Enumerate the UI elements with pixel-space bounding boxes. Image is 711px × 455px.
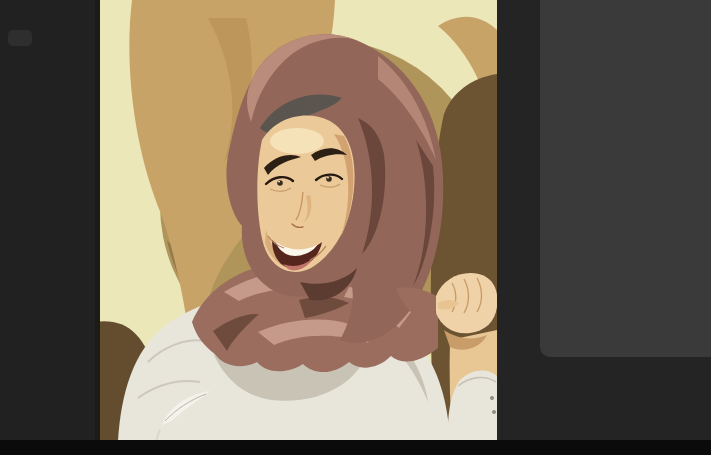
tool-panel <box>540 0 711 357</box>
canvas-artwork[interactable] <box>95 0 497 440</box>
left-toolbar <box>0 0 95 440</box>
undo-button[interactable] <box>10 410 26 426</box>
bottom-bar <box>0 440 711 455</box>
tool-strip <box>8 30 32 46</box>
canvas-area[interactable] <box>95 0 497 440</box>
